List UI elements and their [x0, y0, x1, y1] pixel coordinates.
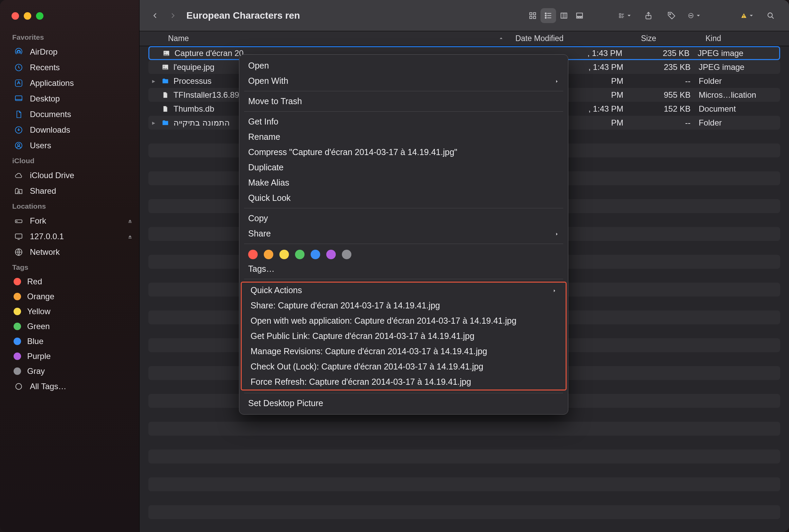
menu-tags[interactable]: Tags…: [239, 261, 568, 277]
sidebar-tag-item[interactable]: Green: [0, 319, 139, 334]
sidebar-tag-item[interactable]: Purple: [0, 349, 139, 364]
sidebar-item-label: Documents: [30, 110, 71, 119]
empty-row: [148, 505, 780, 519]
menu-label: Force Refresh: Capture d'écran 2014-03-1…: [251, 377, 471, 387]
menu-quick-actions[interactable]: Quick Actions: [242, 283, 566, 298]
downloads-icon: [14, 125, 24, 135]
column-size[interactable]: Size: [636, 34, 701, 43]
sidebar-item-documents[interactable]: Documents: [0, 107, 139, 122]
menu-copy[interactable]: Copy: [239, 211, 568, 226]
file-kind: Document: [699, 104, 780, 114]
menu-open[interactable]: Open: [239, 58, 568, 73]
search-button[interactable]: [764, 9, 777, 22]
share-button[interactable]: [642, 9, 655, 22]
sidebar-item-network[interactable]: Network: [0, 244, 139, 260]
sidebar-item-desktop[interactable]: Desktop: [0, 91, 139, 107]
sidebar-tag-item[interactable]: Orange: [0, 289, 139, 304]
sidebar-item-icloud-drive[interactable]: iCloud Drive: [0, 168, 139, 183]
svg-rect-15: [530, 16, 532, 18]
column-name[interactable]: Name: [140, 34, 510, 43]
menu-manage-revisions[interactable]: Manage Revisions: Capture d'écran 2014-0…: [242, 344, 566, 359]
sidebar-tag-item[interactable]: Yellow: [0, 304, 139, 319]
tag-dot-icon: [14, 308, 21, 315]
menu-compress[interactable]: Compress "Capture d'écran 2014-03-17 à 1…: [239, 145, 568, 160]
toolbar: European Characters ren: [140, 0, 789, 31]
back-button[interactable]: [148, 8, 163, 23]
column-headers: Name Date Modified Size Kind: [140, 31, 789, 46]
sidebar-item-shared[interactable]: Shared: [0, 183, 139, 199]
column-kind[interactable]: Kind: [701, 34, 789, 43]
file-kind: JPEG image: [698, 49, 779, 58]
svg-rect-26: [619, 16, 621, 18]
menu-open-web[interactable]: Open with web application: Capture d'écr…: [242, 313, 566, 328]
menu-force-refresh[interactable]: Force Refresh: Capture d'écran 2014-03-1…: [242, 374, 566, 390]
menu-move-to-trash[interactable]: Move to Trash: [239, 94, 568, 109]
minimize-window-button[interactable]: [24, 12, 31, 20]
menu-get-info[interactable]: Get Info: [239, 114, 568, 129]
tag-button[interactable]: [665, 9, 678, 22]
sidebar-tag-item[interactable]: Gray: [0, 364, 139, 379]
menu-get-public-link[interactable]: Get Public Link: Capture d'écran 2014-03…: [242, 328, 566, 344]
tag-color-button[interactable]: [248, 250, 258, 259]
sidebar-tag-item[interactable]: All Tags…: [0, 379, 139, 394]
view-list-button[interactable]: [540, 8, 556, 23]
column-date[interactable]: Date Modified: [510, 34, 636, 43]
menu-open-with[interactable]: Open With: [239, 73, 568, 89]
airdrop-icon: [14, 47, 24, 57]
zoom-window-button[interactable]: [36, 12, 43, 20]
view-mode-group: [525, 8, 587, 23]
warning-icon[interactable]: [741, 9, 754, 22]
svg-point-18: [545, 15, 546, 16]
menu-share-file[interactable]: Share: Capture d'écran 2014-03-17 à 14.1…: [242, 298, 566, 313]
sidebar-item-downloads[interactable]: Downloads: [0, 122, 139, 138]
disclosure-triangle-icon[interactable]: ▸: [148, 119, 159, 127]
sidebar-item-recents[interactable]: Recents: [0, 60, 139, 75]
locations-header: Locations: [0, 199, 139, 213]
menu-label: Check Out (Lock): Capture d'écran 2014-0…: [251, 362, 483, 372]
tag-color-button[interactable]: [326, 250, 336, 259]
menu-label: Duplicate: [248, 163, 283, 172]
menu-divider: [244, 208, 563, 208]
view-gallery-button[interactable]: [572, 8, 587, 23]
file-type-icon: [161, 118, 170, 128]
menu-duplicate[interactable]: Duplicate: [239, 160, 568, 175]
menu-label: Quick Actions: [251, 285, 302, 295]
tag-color-button[interactable]: [279, 250, 289, 259]
sidebar-item-server[interactable]: 127.0.0.1: [0, 229, 139, 244]
view-icons-button[interactable]: [525, 8, 540, 23]
sidebar-tag-item[interactable]: Blue: [0, 334, 139, 349]
forward-button[interactable]: [165, 8, 180, 23]
menu-set-desktop-picture[interactable]: Set Desktop Picture: [239, 396, 568, 411]
menu-tag-colors: [239, 246, 568, 261]
menu-quick-look[interactable]: Quick Look: [239, 190, 568, 206]
tag-color-button[interactable]: [311, 250, 320, 259]
menu-share[interactable]: Share: [239, 226, 568, 241]
sidebar-item-fork[interactable]: Fork: [0, 213, 139, 229]
chevron-right-icon: [554, 76, 559, 86]
tag-color-button[interactable]: [264, 250, 273, 259]
menu-make-alias[interactable]: Make Alias: [239, 175, 568, 190]
menu-check-out[interactable]: Check Out (Lock): Capture d'écran 2014-0…: [242, 359, 566, 374]
sidebar-item-applications[interactable]: Applications: [0, 75, 139, 91]
file-kind: Folder: [699, 76, 780, 86]
menu-rename[interactable]: Rename: [239, 129, 568, 145]
menu-label: Copy: [248, 213, 268, 223]
sort-indicator-icon: [498, 34, 510, 43]
tag-color-button[interactable]: [295, 250, 305, 259]
menu-label: Open With: [248, 76, 288, 86]
sidebar-tag-item[interactable]: Red: [0, 274, 139, 289]
empty-row: [148, 477, 780, 491]
actions-button[interactable]: [688, 9, 701, 22]
svg-rect-3: [15, 96, 22, 100]
tag-color-button[interactable]: [342, 250, 351, 259]
svg-point-7: [18, 191, 19, 192]
view-columns-button[interactable]: [556, 8, 572, 23]
sidebar-item-airdrop[interactable]: AirDrop: [0, 44, 139, 60]
svg-rect-22: [576, 17, 578, 18]
disclosure-triangle-icon[interactable]: ▸: [148, 77, 159, 85]
group-by-button[interactable]: [619, 9, 632, 22]
eject-icon[interactable]: [128, 216, 132, 226]
sidebar-item-users[interactable]: Users: [0, 138, 139, 153]
eject-icon[interactable]: [128, 232, 132, 241]
close-window-button[interactable]: [12, 12, 19, 20]
